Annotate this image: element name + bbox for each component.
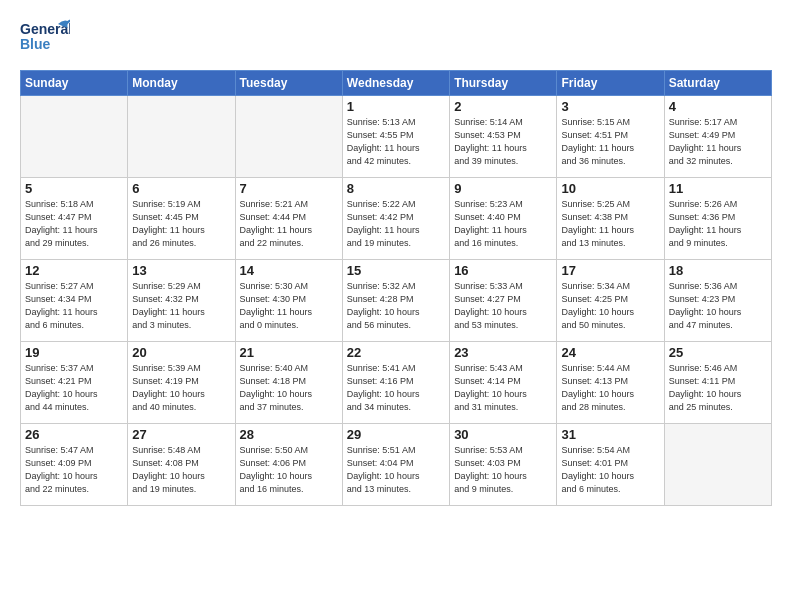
day-number: 29: [347, 427, 445, 442]
calendar-cell: 28Sunrise: 5:50 AM Sunset: 4:06 PM Dayli…: [235, 424, 342, 506]
weekday-header-row: SundayMondayTuesdayWednesdayThursdayFrid…: [21, 71, 772, 96]
day-number: 24: [561, 345, 659, 360]
calendar-cell: 16Sunrise: 5:33 AM Sunset: 4:27 PM Dayli…: [450, 260, 557, 342]
svg-text:Blue: Blue: [20, 36, 51, 52]
calendar-cell: 13Sunrise: 5:29 AM Sunset: 4:32 PM Dayli…: [128, 260, 235, 342]
weekday-header-tuesday: Tuesday: [235, 71, 342, 96]
day-info: Sunrise: 5:39 AM Sunset: 4:19 PM Dayligh…: [132, 362, 230, 414]
calendar-cell: 5Sunrise: 5:18 AM Sunset: 4:47 PM Daylig…: [21, 178, 128, 260]
day-number: 3: [561, 99, 659, 114]
day-number: 8: [347, 181, 445, 196]
day-info: Sunrise: 5:51 AM Sunset: 4:04 PM Dayligh…: [347, 444, 445, 496]
week-row-4: 26Sunrise: 5:47 AM Sunset: 4:09 PM Dayli…: [21, 424, 772, 506]
weekday-header-thursday: Thursday: [450, 71, 557, 96]
calendar-cell: 29Sunrise: 5:51 AM Sunset: 4:04 PM Dayli…: [342, 424, 449, 506]
day-number: 14: [240, 263, 338, 278]
day-info: Sunrise: 5:26 AM Sunset: 4:36 PM Dayligh…: [669, 198, 767, 250]
day-number: 12: [25, 263, 123, 278]
day-number: 30: [454, 427, 552, 442]
day-info: Sunrise: 5:53 AM Sunset: 4:03 PM Dayligh…: [454, 444, 552, 496]
calendar-cell: 4Sunrise: 5:17 AM Sunset: 4:49 PM Daylig…: [664, 96, 771, 178]
day-number: 20: [132, 345, 230, 360]
day-info: Sunrise: 5:17 AM Sunset: 4:49 PM Dayligh…: [669, 116, 767, 168]
calendar-cell: 20Sunrise: 5:39 AM Sunset: 4:19 PM Dayli…: [128, 342, 235, 424]
page: General Blue SundayMondayTuesdayWednesda…: [0, 0, 792, 612]
day-info: Sunrise: 5:50 AM Sunset: 4:06 PM Dayligh…: [240, 444, 338, 496]
day-number: 21: [240, 345, 338, 360]
day-info: Sunrise: 5:13 AM Sunset: 4:55 PM Dayligh…: [347, 116, 445, 168]
calendar-cell: 22Sunrise: 5:41 AM Sunset: 4:16 PM Dayli…: [342, 342, 449, 424]
logo: General Blue: [20, 16, 70, 60]
day-info: Sunrise: 5:46 AM Sunset: 4:11 PM Dayligh…: [669, 362, 767, 414]
day-info: Sunrise: 5:14 AM Sunset: 4:53 PM Dayligh…: [454, 116, 552, 168]
day-info: Sunrise: 5:43 AM Sunset: 4:14 PM Dayligh…: [454, 362, 552, 414]
header: General Blue: [20, 16, 772, 60]
week-row-2: 12Sunrise: 5:27 AM Sunset: 4:34 PM Dayli…: [21, 260, 772, 342]
day-number: 26: [25, 427, 123, 442]
calendar-cell: [235, 96, 342, 178]
week-row-0: 1Sunrise: 5:13 AM Sunset: 4:55 PM Daylig…: [21, 96, 772, 178]
calendar-cell: 7Sunrise: 5:21 AM Sunset: 4:44 PM Daylig…: [235, 178, 342, 260]
day-number: 16: [454, 263, 552, 278]
day-info: Sunrise: 5:27 AM Sunset: 4:34 PM Dayligh…: [25, 280, 123, 332]
calendar-cell: 18Sunrise: 5:36 AM Sunset: 4:23 PM Dayli…: [664, 260, 771, 342]
day-info: Sunrise: 5:41 AM Sunset: 4:16 PM Dayligh…: [347, 362, 445, 414]
day-number: 13: [132, 263, 230, 278]
calendar-cell: 3Sunrise: 5:15 AM Sunset: 4:51 PM Daylig…: [557, 96, 664, 178]
weekday-header-sunday: Sunday: [21, 71, 128, 96]
day-number: 18: [669, 263, 767, 278]
calendar-cell: 1Sunrise: 5:13 AM Sunset: 4:55 PM Daylig…: [342, 96, 449, 178]
calendar-cell: 17Sunrise: 5:34 AM Sunset: 4:25 PM Dayli…: [557, 260, 664, 342]
day-info: Sunrise: 5:22 AM Sunset: 4:42 PM Dayligh…: [347, 198, 445, 250]
calendar-cell: 15Sunrise: 5:32 AM Sunset: 4:28 PM Dayli…: [342, 260, 449, 342]
day-number: 31: [561, 427, 659, 442]
calendar-cell: 25Sunrise: 5:46 AM Sunset: 4:11 PM Dayli…: [664, 342, 771, 424]
calendar-cell: [21, 96, 128, 178]
weekday-header-wednesday: Wednesday: [342, 71, 449, 96]
calendar-cell: 10Sunrise: 5:25 AM Sunset: 4:38 PM Dayli…: [557, 178, 664, 260]
day-info: Sunrise: 5:40 AM Sunset: 4:18 PM Dayligh…: [240, 362, 338, 414]
day-number: 11: [669, 181, 767, 196]
calendar-cell: 2Sunrise: 5:14 AM Sunset: 4:53 PM Daylig…: [450, 96, 557, 178]
calendar-cell: 14Sunrise: 5:30 AM Sunset: 4:30 PM Dayli…: [235, 260, 342, 342]
weekday-header-friday: Friday: [557, 71, 664, 96]
day-info: Sunrise: 5:34 AM Sunset: 4:25 PM Dayligh…: [561, 280, 659, 332]
logo-icon: General Blue: [20, 16, 70, 56]
week-row-1: 5Sunrise: 5:18 AM Sunset: 4:47 PM Daylig…: [21, 178, 772, 260]
day-info: Sunrise: 5:21 AM Sunset: 4:44 PM Dayligh…: [240, 198, 338, 250]
calendar-cell: 9Sunrise: 5:23 AM Sunset: 4:40 PM Daylig…: [450, 178, 557, 260]
day-info: Sunrise: 5:54 AM Sunset: 4:01 PM Dayligh…: [561, 444, 659, 496]
calendar-cell: 12Sunrise: 5:27 AM Sunset: 4:34 PM Dayli…: [21, 260, 128, 342]
day-info: Sunrise: 5:15 AM Sunset: 4:51 PM Dayligh…: [561, 116, 659, 168]
day-info: Sunrise: 5:37 AM Sunset: 4:21 PM Dayligh…: [25, 362, 123, 414]
day-number: 28: [240, 427, 338, 442]
calendar-cell: 31Sunrise: 5:54 AM Sunset: 4:01 PM Dayli…: [557, 424, 664, 506]
day-info: Sunrise: 5:25 AM Sunset: 4:38 PM Dayligh…: [561, 198, 659, 250]
calendar-cell: 6Sunrise: 5:19 AM Sunset: 4:45 PM Daylig…: [128, 178, 235, 260]
day-number: 5: [25, 181, 123, 196]
weekday-header-saturday: Saturday: [664, 71, 771, 96]
day-number: 1: [347, 99, 445, 114]
day-number: 22: [347, 345, 445, 360]
day-info: Sunrise: 5:30 AM Sunset: 4:30 PM Dayligh…: [240, 280, 338, 332]
day-number: 27: [132, 427, 230, 442]
calendar-cell: 19Sunrise: 5:37 AM Sunset: 4:21 PM Dayli…: [21, 342, 128, 424]
day-number: 7: [240, 181, 338, 196]
calendar: SundayMondayTuesdayWednesdayThursdayFrid…: [20, 70, 772, 506]
day-info: Sunrise: 5:32 AM Sunset: 4:28 PM Dayligh…: [347, 280, 445, 332]
day-info: Sunrise: 5:33 AM Sunset: 4:27 PM Dayligh…: [454, 280, 552, 332]
calendar-cell: 26Sunrise: 5:47 AM Sunset: 4:09 PM Dayli…: [21, 424, 128, 506]
day-number: 6: [132, 181, 230, 196]
day-number: 19: [25, 345, 123, 360]
day-info: Sunrise: 5:44 AM Sunset: 4:13 PM Dayligh…: [561, 362, 659, 414]
calendar-cell: [664, 424, 771, 506]
calendar-cell: 24Sunrise: 5:44 AM Sunset: 4:13 PM Dayli…: [557, 342, 664, 424]
day-info: Sunrise: 5:23 AM Sunset: 4:40 PM Dayligh…: [454, 198, 552, 250]
day-number: 23: [454, 345, 552, 360]
calendar-cell: 8Sunrise: 5:22 AM Sunset: 4:42 PM Daylig…: [342, 178, 449, 260]
day-number: 15: [347, 263, 445, 278]
calendar-cell: [128, 96, 235, 178]
day-number: 4: [669, 99, 767, 114]
day-info: Sunrise: 5:29 AM Sunset: 4:32 PM Dayligh…: [132, 280, 230, 332]
day-number: 25: [669, 345, 767, 360]
